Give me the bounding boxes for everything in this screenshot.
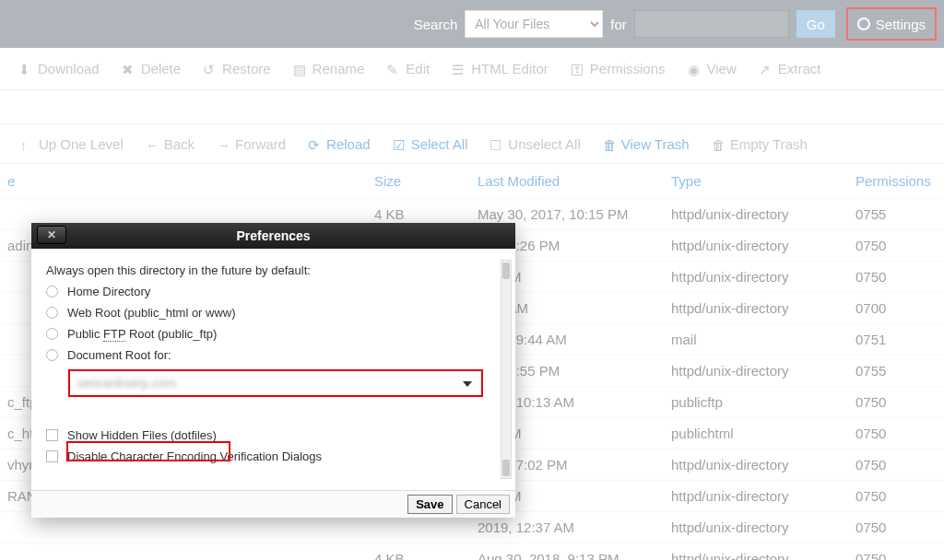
opt-document-root[interactable]: Document Root for:: [46, 348, 501, 362]
col-size[interactable]: Size: [367, 164, 470, 199]
html-editor-button[interactable]: ☰HTML Editor: [441, 48, 560, 89]
empty-trash-icon: 🗑: [712, 137, 725, 150]
up-one-level-button[interactable]: ↑Up One Level: [9, 136, 135, 152]
chk-charset-label: Disable Character Encoding Verification …: [67, 449, 322, 463]
permissions-icon: ⚿: [571, 62, 584, 76]
toolbar-spacer: [0, 90, 944, 123]
cell-type: httpd/unix-directory: [664, 481, 848, 512]
gear-icon: [857, 18, 870, 30]
extract-icon: ↗: [759, 62, 773, 76]
checkbox-icon: [46, 450, 58, 462]
cell-type: publichtml: [664, 418, 848, 449]
chk-disable-charset[interactable]: Disable Character Encoding Verification …: [46, 449, 501, 463]
select-all-label: Select All: [411, 136, 468, 152]
search-label: Search: [414, 17, 458, 32]
table-header-row: e Size Last Modified Type Permissions: [0, 164, 944, 199]
extract-label: Extract: [778, 61, 821, 76]
settings-button[interactable]: Settings: [846, 7, 937, 41]
table-row[interactable]: 4 KBAug 30, 2018, 9:13 PMhttpd/unix-dire…: [0, 543, 944, 561]
opt-home-directory[interactable]: Home Directory: [46, 285, 501, 298]
rename-icon: ▤: [293, 62, 307, 76]
cancel-button[interactable]: Cancel: [456, 495, 510, 514]
restore-button[interactable]: ↺Restore: [192, 48, 282, 89]
radio-icon: [46, 286, 58, 298]
rename-label: Rename: [313, 61, 365, 76]
dialog-scrollbar[interactable]: [501, 260, 512, 479]
cell-size: 4 KB: [367, 543, 470, 561]
save-button[interactable]: Save: [407, 495, 452, 514]
col-name[interactable]: e: [0, 164, 367, 199]
cell-type: httpd/unix-directory: [664, 262, 848, 293]
unselect-all-button[interactable]: ☐Unselect All: [478, 136, 591, 152]
opt-home-label: Home Directory: [67, 285, 150, 298]
search-input[interactable]: [634, 10, 789, 38]
extract-button[interactable]: ↗Extract: [748, 48, 832, 89]
col-permissions[interactable]: Permissions: [848, 164, 944, 199]
forward-icon: →: [217, 137, 230, 150]
reload-icon: ⟳: [308, 137, 321, 150]
cell-perm: 0750: [848, 512, 944, 543]
back-button[interactable]: ←Back: [135, 136, 206, 152]
radio-icon: [46, 349, 58, 361]
view-button[interactable]: ◉View: [677, 48, 748, 89]
chk-show-hidden[interactable]: Show Hidden Files (dotfiles): [46, 428, 501, 442]
preferences-dialog: ✕ Preferences Always open this directory…: [31, 223, 515, 518]
download-label: Download: [38, 61, 100, 76]
permissions-button[interactable]: ⚿Permissions: [560, 48, 677, 89]
cell-type: httpd/unix-directory: [664, 543, 848, 561]
search-go-button[interactable]: Go: [796, 10, 835, 38]
edit-button[interactable]: ✎Edit: [375, 48, 441, 89]
opt-docroot-label: Document Root for:: [67, 348, 171, 362]
cell-perm: 0750: [848, 481, 944, 512]
scroll-up-icon: [502, 262, 510, 279]
reload-label: Reload: [326, 136, 371, 152]
settings-label: Settings: [876, 17, 926, 32]
unselect-all-icon: ☐: [490, 137, 502, 150]
download-button[interactable]: ⬇Download: [7, 48, 111, 89]
empty-trash-button[interactable]: 🗑Empty Trash: [701, 136, 819, 152]
chk-hidden-label: Show Hidden Files (dotfiles): [67, 428, 217, 442]
html-editor-label: HTML Editor: [471, 61, 549, 76]
col-type[interactable]: Type: [664, 164, 848, 199]
col-modified[interactable]: Last Modified: [470, 164, 664, 199]
cell-perm: 0750: [848, 387, 944, 418]
cell-type: httpd/unix-directory: [664, 230, 848, 262]
document-root-select[interactable]: seorankserp.com: [68, 369, 483, 397]
opt-web-root[interactable]: Web Root (public_html or www): [46, 306, 501, 320]
search-scope-select[interactable]: All Your Files: [465, 10, 603, 38]
view-trash-label: View Trash: [621, 136, 690, 152]
radio-icon: [46, 328, 58, 340]
select-all-button[interactable]: ☑Select All: [382, 136, 479, 152]
close-button[interactable]: ✕: [37, 226, 66, 244]
cell-type: publicftp: [664, 387, 848, 418]
top-search-bar: Search All Your Files for Go Settings: [0, 0, 944, 48]
chevron-down-icon: [463, 381, 472, 387]
rename-button[interactable]: ▤Rename: [282, 48, 376, 89]
forward-button[interactable]: →Forward: [206, 136, 297, 152]
dialog-title: Preferences: [236, 228, 310, 243]
cell-type: mail: [664, 324, 848, 356]
back-label: Back: [164, 136, 195, 152]
view-icon: ◉: [688, 62, 702, 76]
reload-button[interactable]: ⟳Reload: [297, 136, 382, 152]
view-trash-button[interactable]: 🗑View Trash: [592, 136, 701, 152]
checkbox-icon: [46, 429, 58, 441]
scroll-down-icon: [502, 460, 510, 476]
forward-label: Forward: [235, 136, 286, 152]
empty-trash-label: Empty Trash: [730, 136, 808, 152]
opt-webroot-label: Web Root (public_html or www): [67, 306, 236, 320]
delete-label: Delete: [141, 61, 181, 76]
html-editor-icon: ☰: [452, 62, 466, 76]
cell-perm: 0751: [848, 324, 944, 356]
opt-public-ftp[interactable]: Public FTP Root (public_ftp): [46, 327, 501, 341]
cell-perm: 0750: [848, 543, 944, 561]
delete-button[interactable]: ✖Delete: [111, 48, 192, 89]
back-icon: ←: [146, 137, 159, 150]
edit-icon: ✎: [386, 62, 400, 76]
cell-perm: 0750: [848, 262, 944, 293]
cell-type: httpd/unix-directory: [664, 356, 848, 387]
delete-icon: ✖: [122, 62, 136, 76]
intro-text: Always open this directory in the future…: [46, 263, 501, 277]
up-label: Up One Level: [39, 136, 124, 152]
unselect-all-label: Unselect All: [508, 136, 580, 152]
